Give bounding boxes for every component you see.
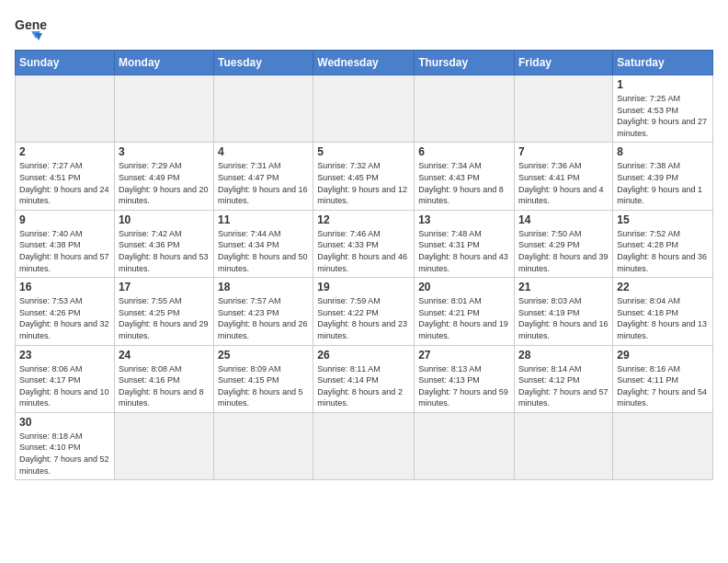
day-info: Sunrise: 7:50 AM Sunset: 4:29 PM Dayligh… (518, 228, 609, 274)
day-info: Sunrise: 8:06 AM Sunset: 4:17 PM Dayligh… (19, 363, 110, 409)
day-info: Sunrise: 7:29 AM Sunset: 4:49 PM Dayligh… (119, 160, 210, 206)
calendar-cell: 21Sunrise: 8:03 AM Sunset: 4:19 PM Dayli… (515, 278, 613, 345)
calendar-cell (16, 75, 115, 143)
calendar-cell: 29Sunrise: 8:16 AM Sunset: 4:11 PM Dayli… (613, 345, 713, 412)
calendar-cell: 3Sunrise: 7:29 AM Sunset: 4:49 PM Daylig… (114, 143, 213, 210)
calendar-cell: 24Sunrise: 8:08 AM Sunset: 4:16 PM Dayli… (114, 345, 213, 412)
calendar-cell: 8Sunrise: 7:38 AM Sunset: 4:39 PM Daylig… (613, 143, 713, 210)
calendar-cell (313, 75, 415, 143)
day-number: 24 (119, 349, 210, 362)
weekday-header-thursday: Thursday (415, 51, 515, 75)
calendar-cell (515, 412, 613, 479)
day-number: 28 (518, 349, 609, 362)
day-number: 3 (119, 145, 210, 158)
day-number: 30 (19, 416, 110, 429)
calendar-cell: 25Sunrise: 8:09 AM Sunset: 4:15 PM Dayli… (214, 345, 313, 412)
calendar-cell (515, 75, 613, 143)
day-number: 27 (418, 349, 510, 362)
day-info: Sunrise: 7:57 AM Sunset: 4:23 PM Dayligh… (218, 295, 309, 341)
day-info: Sunrise: 8:08 AM Sunset: 4:16 PM Dayligh… (119, 363, 210, 409)
calendar-cell: 20Sunrise: 8:01 AM Sunset: 4:21 PM Dayli… (415, 278, 515, 345)
calendar-cell: 4Sunrise: 7:31 AM Sunset: 4:47 PM Daylig… (214, 143, 313, 210)
page-header: General (15, 15, 713, 42)
calendar-cell: 10Sunrise: 7:42 AM Sunset: 4:36 PM Dayli… (114, 210, 213, 277)
day-info: Sunrise: 7:36 AM Sunset: 4:41 PM Dayligh… (518, 160, 609, 206)
week-row-1: 1Sunrise: 7:25 AM Sunset: 4:53 PM Daylig… (16, 75, 713, 143)
day-number: 4 (218, 145, 309, 158)
day-info: Sunrise: 8:09 AM Sunset: 4:15 PM Dayligh… (218, 363, 309, 409)
calendar-cell: 17Sunrise: 7:55 AM Sunset: 4:25 PM Dayli… (114, 278, 213, 345)
logo: General (15, 15, 51, 42)
day-number: 1 (617, 78, 709, 91)
day-number: 21 (518, 281, 609, 293)
calendar-cell: 30Sunrise: 8:18 AM Sunset: 4:10 PM Dayli… (16, 412, 115, 479)
day-number: 22 (617, 281, 709, 293)
calendar-cell (613, 412, 713, 479)
weekday-header-saturday: Saturday (613, 51, 713, 75)
day-number: 23 (19, 349, 110, 362)
day-number: 25 (218, 349, 309, 362)
day-number: 12 (317, 213, 410, 226)
day-number: 8 (617, 145, 709, 158)
calendar-cell (214, 412, 313, 479)
day-info: Sunrise: 7:48 AM Sunset: 4:31 PM Dayligh… (418, 228, 510, 274)
day-info: Sunrise: 7:34 AM Sunset: 4:43 PM Dayligh… (418, 160, 510, 206)
day-info: Sunrise: 7:53 AM Sunset: 4:26 PM Dayligh… (19, 295, 110, 341)
day-info: Sunrise: 7:31 AM Sunset: 4:47 PM Dayligh… (218, 160, 309, 206)
calendar-cell (415, 75, 515, 143)
weekday-header-wednesday: Wednesday (313, 51, 415, 75)
day-number: 15 (617, 213, 709, 226)
day-info: Sunrise: 8:01 AM Sunset: 4:21 PM Dayligh… (418, 295, 510, 341)
week-row-5: 23Sunrise: 8:06 AM Sunset: 4:17 PM Dayli… (16, 345, 713, 412)
calendar-cell (114, 75, 213, 143)
calendar-cell: 5Sunrise: 7:32 AM Sunset: 4:45 PM Daylig… (313, 143, 415, 210)
day-info: Sunrise: 8:13 AM Sunset: 4:13 PM Dayligh… (418, 363, 510, 409)
day-info: Sunrise: 8:16 AM Sunset: 4:11 PM Dayligh… (617, 363, 709, 409)
day-info: Sunrise: 8:18 AM Sunset: 4:10 PM Dayligh… (19, 431, 110, 477)
day-number: 18 (218, 281, 309, 293)
day-info: Sunrise: 7:32 AM Sunset: 4:45 PM Dayligh… (317, 160, 410, 206)
day-number: 20 (418, 281, 510, 293)
calendar-cell: 27Sunrise: 8:13 AM Sunset: 4:13 PM Dayli… (415, 345, 515, 412)
calendar-cell: 6Sunrise: 7:34 AM Sunset: 4:43 PM Daylig… (415, 143, 515, 210)
day-number: 7 (518, 145, 609, 158)
day-info: Sunrise: 8:14 AM Sunset: 4:12 PM Dayligh… (518, 363, 609, 409)
day-info: Sunrise: 7:42 AM Sunset: 4:36 PM Dayligh… (119, 228, 210, 274)
day-info: Sunrise: 7:38 AM Sunset: 4:39 PM Dayligh… (617, 160, 709, 206)
day-number: 29 (617, 349, 709, 362)
calendar-cell: 7Sunrise: 7:36 AM Sunset: 4:41 PM Daylig… (515, 143, 613, 210)
day-info: Sunrise: 7:40 AM Sunset: 4:38 PM Dayligh… (19, 228, 110, 274)
day-info: Sunrise: 8:04 AM Sunset: 4:18 PM Dayligh… (617, 295, 709, 341)
calendar-cell: 15Sunrise: 7:52 AM Sunset: 4:28 PM Dayli… (613, 210, 713, 277)
calendar-cell: 28Sunrise: 8:14 AM Sunset: 4:12 PM Dayli… (515, 345, 613, 412)
calendar-cell (415, 412, 515, 479)
calendar-cell: 12Sunrise: 7:46 AM Sunset: 4:33 PM Dayli… (313, 210, 415, 277)
calendar-cell: 14Sunrise: 7:50 AM Sunset: 4:29 PM Dayli… (515, 210, 613, 277)
day-number: 17 (119, 281, 210, 293)
day-number: 9 (19, 213, 110, 226)
calendar-cell (214, 75, 313, 143)
calendar-cell: 9Sunrise: 7:40 AM Sunset: 4:38 PM Daylig… (16, 210, 115, 277)
calendar-cell: 26Sunrise: 8:11 AM Sunset: 4:14 PM Dayli… (313, 345, 415, 412)
calendar-cell (313, 412, 415, 479)
day-info: Sunrise: 7:55 AM Sunset: 4:25 PM Dayligh… (119, 295, 210, 341)
svg-text:General: General (15, 17, 48, 32)
week-row-3: 9Sunrise: 7:40 AM Sunset: 4:38 PM Daylig… (16, 210, 713, 277)
day-info: Sunrise: 7:46 AM Sunset: 4:33 PM Dayligh… (317, 228, 410, 274)
week-row-4: 16Sunrise: 7:53 AM Sunset: 4:26 PM Dayli… (16, 278, 713, 345)
day-number: 14 (518, 213, 609, 226)
calendar-cell: 1Sunrise: 7:25 AM Sunset: 4:53 PM Daylig… (613, 75, 713, 143)
day-info: Sunrise: 7:59 AM Sunset: 4:22 PM Dayligh… (317, 295, 410, 341)
calendar-cell: 22Sunrise: 8:04 AM Sunset: 4:18 PM Dayli… (613, 278, 713, 345)
day-info: Sunrise: 8:03 AM Sunset: 4:19 PM Dayligh… (518, 295, 609, 341)
calendar-cell: 18Sunrise: 7:57 AM Sunset: 4:23 PM Dayli… (214, 278, 313, 345)
weekday-header-tuesday: Tuesday (214, 51, 313, 75)
day-info: Sunrise: 7:52 AM Sunset: 4:28 PM Dayligh… (617, 228, 709, 274)
day-number: 2 (19, 145, 110, 158)
calendar-cell: 2Sunrise: 7:27 AM Sunset: 4:51 PM Daylig… (16, 143, 115, 210)
day-number: 13 (418, 213, 510, 226)
logo-icon: General (15, 15, 48, 42)
day-info: Sunrise: 7:27 AM Sunset: 4:51 PM Dayligh… (19, 160, 110, 206)
day-info: Sunrise: 7:44 AM Sunset: 4:34 PM Dayligh… (218, 228, 309, 274)
calendar-cell (114, 412, 213, 479)
